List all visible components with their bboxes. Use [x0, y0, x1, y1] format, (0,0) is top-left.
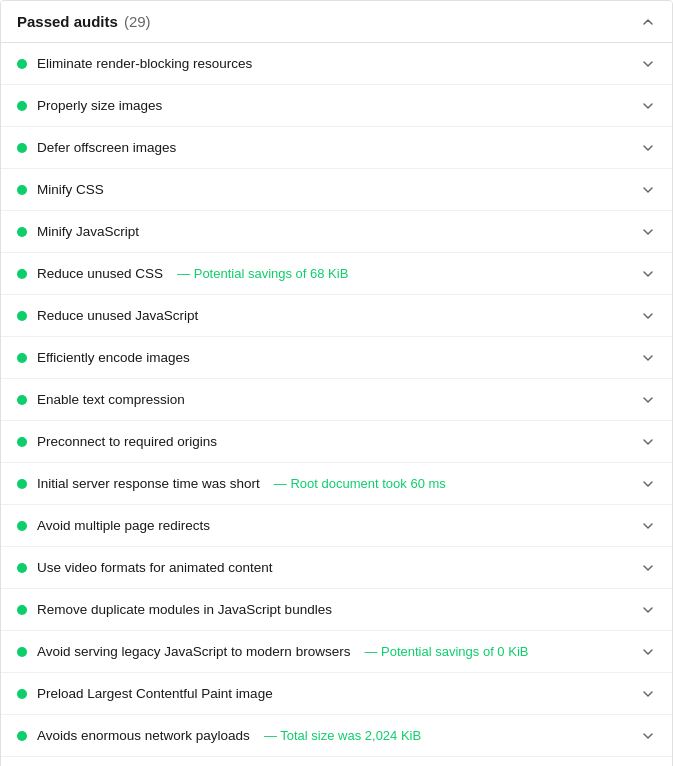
audit-label: Preload Largest Contentful Paint image [37, 686, 273, 701]
pass-indicator [17, 731, 27, 741]
audit-item-left: Avoids enormous network payloads— Total … [17, 728, 640, 743]
expand-icon[interactable] [640, 350, 656, 366]
audit-item-left: Defer offscreen images [17, 140, 640, 155]
audit-item-left: Avoid serving legacy JavaScript to moder… [17, 644, 640, 659]
audits-count: (29) [124, 13, 151, 30]
pass-indicator [17, 101, 27, 111]
pass-indicator [17, 563, 27, 573]
pass-indicator [17, 647, 27, 657]
pass-indicator [17, 269, 27, 279]
expand-icon[interactable] [640, 98, 656, 114]
expand-icon[interactable] [640, 392, 656, 408]
pass-indicator [17, 437, 27, 447]
audit-item[interactable]: Efficiently encode images [1, 337, 672, 379]
audit-item[interactable]: Defer offscreen images [1, 127, 672, 169]
audits-header-left: Passed audits (29) [17, 13, 151, 30]
audit-item-left: Reduce unused JavaScript [17, 308, 640, 323]
pass-indicator [17, 227, 27, 237]
audit-item-left: Minify JavaScript [17, 224, 640, 239]
audit-item[interactable]: Properly size images [1, 85, 672, 127]
pass-indicator [17, 143, 27, 153]
audit-label: Minify CSS [37, 182, 104, 197]
pass-indicator [17, 185, 27, 195]
audit-label: Eliminate render-blocking resources [37, 56, 252, 71]
expand-icon[interactable] [640, 728, 656, 744]
passed-audits-container: Passed audits (29) Eliminate render-bloc… [0, 0, 673, 766]
audit-label: Initial server response time was short [37, 476, 260, 491]
audit-item[interactable]: Initial server response time was short— … [1, 463, 672, 505]
expand-icon[interactable] [640, 602, 656, 618]
audit-item-left: Remove duplicate modules in JavaScript b… [17, 602, 640, 617]
audit-label: Preconnect to required origins [37, 434, 217, 449]
expand-icon[interactable] [640, 518, 656, 534]
audit-item[interactable]: Uses efficient cache policy on static as… [1, 757, 672, 766]
audit-item[interactable]: Avoid multiple page redirects [1, 505, 672, 547]
audit-item[interactable]: Minify JavaScript [1, 211, 672, 253]
expand-icon[interactable] [640, 266, 656, 282]
audit-item[interactable]: Avoids enormous network payloads— Total … [1, 715, 672, 757]
audit-item-left: Efficiently encode images [17, 350, 640, 365]
audit-item[interactable]: Enable text compression [1, 379, 672, 421]
audit-label: Reduce unused JavaScript [37, 308, 198, 323]
audit-item[interactable]: Preconnect to required origins [1, 421, 672, 463]
audit-label: Avoid serving legacy JavaScript to moder… [37, 644, 350, 659]
audit-item-left: Preload Largest Contentful Paint image [17, 686, 640, 701]
audit-item-left: Initial server response time was short— … [17, 476, 640, 491]
expand-icon[interactable] [640, 434, 656, 450]
audit-list: Eliminate render-blocking resources Prop… [1, 43, 672, 766]
expand-icon[interactable] [640, 686, 656, 702]
pass-indicator [17, 353, 27, 363]
audit-item-left: Minify CSS [17, 182, 640, 197]
expand-icon[interactable] [640, 560, 656, 576]
audit-label: Use video formats for animated content [37, 560, 273, 575]
audit-label: Avoid multiple page redirects [37, 518, 210, 533]
audit-label: Minify JavaScript [37, 224, 139, 239]
audit-item-left: Avoid multiple page redirects [17, 518, 640, 533]
audit-item-left: Preconnect to required origins [17, 434, 640, 449]
audit-label: Properly size images [37, 98, 162, 113]
audit-extra-info: — Total size was 2,024 KiB [264, 728, 421, 743]
audit-item[interactable]: Reduce unused JavaScript [1, 295, 672, 337]
pass-indicator [17, 311, 27, 321]
audit-item-left: Reduce unused CSS— Potential savings of … [17, 266, 640, 281]
audit-label: Defer offscreen images [37, 140, 176, 155]
expand-icon[interactable] [640, 644, 656, 660]
audit-item-left: Properly size images [17, 98, 640, 113]
pass-indicator [17, 605, 27, 615]
audit-item[interactable]: Use video formats for animated content [1, 547, 672, 589]
audit-label: Avoids enormous network payloads [37, 728, 250, 743]
expand-icon[interactable] [640, 182, 656, 198]
expand-icon[interactable] [640, 56, 656, 72]
audit-label: Efficiently encode images [37, 350, 190, 365]
audit-item-left: Enable text compression [17, 392, 640, 407]
audits-header[interactable]: Passed audits (29) [1, 1, 672, 43]
expand-icon[interactable] [640, 140, 656, 156]
audit-item[interactable]: Preload Largest Contentful Paint image [1, 673, 672, 715]
audit-item[interactable]: Eliminate render-blocking resources [1, 43, 672, 85]
audit-extra-info: — Potential savings of 68 KiB [177, 266, 348, 281]
pass-indicator [17, 689, 27, 699]
pass-indicator [17, 395, 27, 405]
expand-icon[interactable] [640, 476, 656, 492]
audit-item[interactable]: Remove duplicate modules in JavaScript b… [1, 589, 672, 631]
audit-extra-info: — Root document took 60 ms [274, 476, 446, 491]
audit-label: Enable text compression [37, 392, 185, 407]
audit-extra-info: — Potential savings of 0 KiB [364, 644, 528, 659]
collapse-icon[interactable] [640, 14, 656, 30]
expand-icon[interactable] [640, 224, 656, 240]
audits-title: Passed audits [17, 13, 118, 30]
audit-item[interactable]: Reduce unused CSS— Potential savings of … [1, 253, 672, 295]
pass-indicator [17, 59, 27, 69]
audit-label: Reduce unused CSS [37, 266, 163, 281]
pass-indicator [17, 521, 27, 531]
audit-item-left: Use video formats for animated content [17, 560, 640, 575]
audit-label: Remove duplicate modules in JavaScript b… [37, 602, 332, 617]
pass-indicator [17, 479, 27, 489]
expand-icon[interactable] [640, 308, 656, 324]
audit-item[interactable]: Minify CSS [1, 169, 672, 211]
audit-item-left: Eliminate render-blocking resources [17, 56, 640, 71]
audit-item[interactable]: Avoid serving legacy JavaScript to moder… [1, 631, 672, 673]
